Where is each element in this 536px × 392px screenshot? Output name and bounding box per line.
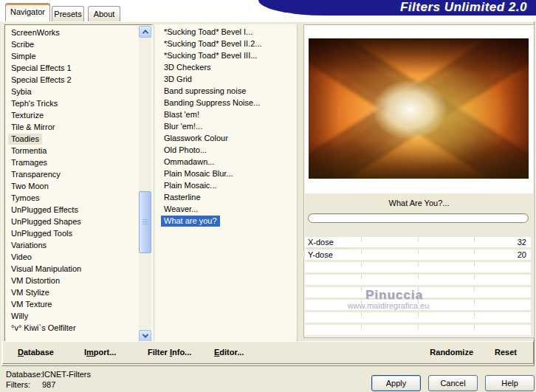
import-button[interactable]: Import...	[84, 348, 116, 357]
filter-item[interactable]: *Sucking Toad* Bevel II.2...	[155, 38, 297, 49]
filter-item-label: Band supressing noise	[161, 86, 249, 97]
watermark-url: www.maidiregrafica.eu	[322, 301, 455, 310]
filter-item[interactable]: Weaver...	[155, 203, 297, 215]
database-status-value: ICNET-Filters	[42, 370, 91, 379]
category-item[interactable]: Tramages	[5, 157, 152, 168]
filter-item[interactable]: Band supressing noise	[155, 85, 297, 97]
category-item-label: Visual Manipulation	[8, 264, 84, 275]
category-item[interactable]: Tormentia	[5, 145, 152, 157]
filter-item[interactable]: Old Photo...	[155, 144, 297, 156]
category-item[interactable]: Visual Manipulation	[5, 263, 152, 275]
filter-item[interactable]: Plain Mosaic Blur...	[155, 168, 297, 179]
filter-item[interactable]: 3D Grid	[155, 73, 297, 85]
tab-about[interactable]: About	[88, 6, 120, 21]
database-button[interactable]: Database	[18, 348, 54, 357]
filter-item[interactable]: 3D Checkers	[155, 61, 297, 73]
filter-info-button[interactable]: Filter Info...	[148, 348, 191, 357]
category-item-label: Toadies	[8, 134, 42, 145]
category-item-label: Simple	[8, 51, 39, 62]
randomize-button[interactable]: Randomize	[430, 348, 473, 357]
category-item[interactable]: UnPlugged Shapes	[5, 216, 152, 227]
category-item[interactable]: Variations	[5, 239, 152, 251]
slider-x-dose-value: 32	[518, 237, 526, 247]
database-button-mnemonic: D	[18, 348, 24, 357]
scrollbar-thumb[interactable]	[139, 191, 151, 253]
editor-button[interactable]: Editor...	[214, 348, 244, 357]
scrollbar-track[interactable]	[139, 38, 151, 330]
category-item-label: VM Stylize	[8, 287, 52, 298]
category-list[interactable]: ScreenWorks Scribe Simple Special Effect…	[4, 24, 153, 343]
filter-item[interactable]: Plain Mosaic...	[155, 179, 297, 191]
category-item[interactable]: Texturize	[5, 109, 152, 121]
scroll-down-button[interactable]	[139, 330, 151, 342]
category-item[interactable]: Tymoes	[5, 192, 152, 204]
tab-presets[interactable]: Presets	[52, 6, 84, 21]
scroll-up-button[interactable]	[139, 26, 151, 38]
tab-navigator[interactable]: Navigator	[5, 3, 50, 21]
navigator-panel: ScreenWorks Scribe Simple Special Effect…	[1, 21, 535, 366]
apply-button[interactable]: Apply	[371, 375, 421, 391]
category-list-scrollbar[interactable]	[139, 26, 151, 342]
filter-item-label: 3D Grid	[161, 74, 195, 85]
filter-item-label: Glasswork Colour	[161, 133, 231, 144]
filter-item[interactable]: Glasswork Colour	[155, 132, 297, 144]
category-item[interactable]: UnPlugged Tools	[5, 227, 152, 239]
filter-item[interactable]: *Sucking Toad* Bevel III...	[155, 49, 297, 61]
category-item-label: Video	[8, 252, 35, 263]
chevron-up-icon	[142, 30, 148, 35]
slider-empty-row	[305, 325, 531, 335]
filter-item-label: *Sucking Toad* Bevel I...	[161, 27, 255, 38]
cancel-button[interactable]: Cancel	[428, 375, 478, 391]
category-item[interactable]: Tile & Mirror	[5, 121, 152, 133]
filter-item[interactable]: What are you?	[155, 215, 297, 227]
category-item[interactable]: VM Texture	[5, 298, 152, 310]
category-item-label: Two Moon	[8, 181, 52, 192]
category-item-label: UnPlugged Tools	[8, 228, 75, 239]
editor-button-post: ditor...	[219, 348, 244, 357]
filter-item[interactable]: Blur 'em!...	[155, 120, 297, 132]
category-item-label: Scribe	[8, 39, 37, 50]
category-item[interactable]: °v° Kiwi`s Oelfilter	[5, 322, 152, 334]
filters-count-label: Filters:	[6, 380, 30, 389]
slider-empty-row	[305, 262, 531, 272]
category-item[interactable]: Sybia	[5, 86, 152, 97]
category-item[interactable]: UnPlugged Effects	[5, 204, 152, 216]
slider-y-dose-label: Y-dose	[308, 250, 333, 260]
category-item[interactable]: ScreenWorks	[5, 27, 152, 38]
filter-item[interactable]: Ommadawn...	[155, 156, 297, 168]
category-item-label: Tile & Mirror	[8, 122, 58, 133]
category-item[interactable]: Simple	[5, 50, 152, 62]
help-button[interactable]: Help	[485, 375, 535, 391]
filter-item[interactable]: *Sucking Toad* Bevel I...	[155, 26, 297, 38]
slider-x-dose[interactable]: X-dose 32	[305, 237, 531, 247]
reset-button[interactable]: Reset	[495, 348, 517, 357]
category-item[interactable]: Special Effects 2	[5, 74, 152, 86]
category-item-label: Tymoes	[8, 193, 43, 204]
slider-x-dose-label: X-dose	[308, 237, 334, 247]
filter-list[interactable]: *Sucking Toad* Bevel I... *Sucking Toad*…	[155, 24, 298, 343]
watermark-name: Pinuccia	[328, 288, 461, 303]
filter-item[interactable]: Blast 'em!	[155, 109, 297, 120]
filter-item[interactable]: Banding Suppress Noise...	[155, 97, 297, 109]
bottom-toolbar: Database Import... Filter Info... Editor…	[2, 341, 534, 364]
category-item[interactable]: Willy	[5, 310, 152, 322]
category-item[interactable]: Teph's Tricks	[5, 97, 152, 109]
import-button-mnemonic: m	[86, 348, 94, 357]
category-item[interactable]: Transparency	[5, 168, 152, 180]
slider-empty-row	[305, 275, 531, 285]
category-item[interactable]: Scribe	[5, 38, 152, 50]
category-item[interactable]: Special Effects 1	[5, 62, 152, 74]
category-item-label: UnPlugged Effects	[8, 204, 81, 216]
filter-item-label: Plain Mosaic...	[161, 180, 220, 191]
category-item[interactable]: VM Distortion	[5, 275, 152, 286]
category-item[interactable]: Two Moon	[5, 180, 152, 192]
slider-y-dose[interactable]: Y-dose 20	[305, 250, 531, 260]
category-item[interactable]: Toadies	[5, 133, 152, 145]
filter-item-label: *Sucking Toad* Bevel III...	[161, 50, 260, 61]
category-item[interactable]: Video	[5, 251, 152, 263]
category-item[interactable]: VM Stylize	[5, 286, 152, 298]
category-item-label: Willy	[8, 311, 31, 322]
filter-item-label: 3D Checkers	[161, 62, 214, 73]
filter-item-label: Old Photo...	[161, 145, 210, 156]
filter-item[interactable]: Rasterline	[155, 191, 297, 203]
